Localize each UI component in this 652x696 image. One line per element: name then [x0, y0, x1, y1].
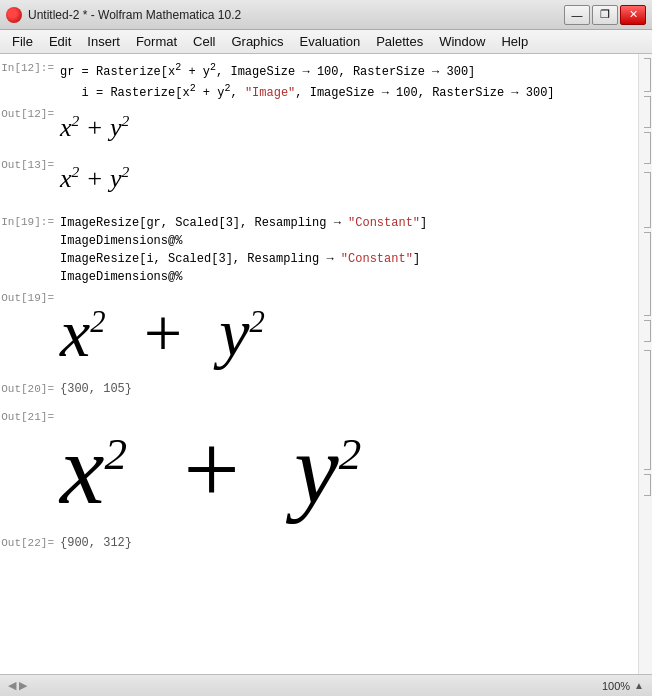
- cell-out21: Out[21]= x2 + y2: [0, 407, 638, 533]
- bracket-out19: [644, 232, 651, 316]
- status-bar-left: ◀ ▶: [8, 679, 602, 692]
- math-out13: x2 + y2: [60, 157, 638, 201]
- math-out12: x2 + y2: [60, 106, 638, 150]
- content-out22: {900, 312}: [60, 535, 638, 552]
- cell-in12: In[12]:= gr = Rasterize[x2 + y2, ImageSi…: [0, 58, 638, 104]
- code-line-5: ImageResize[i, Scaled[3], Resampling → "…: [60, 250, 638, 268]
- label-out20: Out[20]=: [0, 381, 60, 398]
- bracket-in19: [644, 172, 651, 228]
- code-line-6: ImageDimensions@%: [60, 268, 638, 286]
- menu-palettes[interactable]: Palettes: [368, 32, 431, 51]
- menu-cell[interactable]: Cell: [185, 32, 223, 51]
- minimize-button[interactable]: —: [564, 5, 590, 25]
- bracket-area: [638, 54, 652, 696]
- math-out21: x2 + y2: [60, 409, 361, 531]
- restore-button[interactable]: ❐: [592, 5, 618, 25]
- cell-in19: In[19]:= ImageResize[gr, Scaled[3], Resa…: [0, 212, 638, 288]
- zoom-control[interactable]: 100% ▲: [602, 680, 644, 692]
- status-bar: ◀ ▶ 100% ▲: [0, 674, 652, 696]
- bracket-out12: [644, 96, 651, 128]
- label-in19: In[19]:=: [0, 214, 60, 286]
- zoom-up-arrow[interactable]: ▲: [634, 680, 644, 691]
- content-out21: x2 + y2: [60, 409, 638, 531]
- menu-window[interactable]: Window: [431, 32, 493, 51]
- math-out19: x2 + y2: [60, 290, 265, 377]
- cell-out12: Out[12]= x2 + y2: [0, 104, 638, 152]
- menu-help[interactable]: Help: [493, 32, 536, 51]
- menu-edit[interactable]: Edit: [41, 32, 79, 51]
- notebook-content[interactable]: In[12]:= gr = Rasterize[x2 + y2, ImageSi…: [0, 54, 638, 696]
- content-out13: x2 + y2: [60, 157, 638, 201]
- code-line-2: i = Rasterize[x2 + y2, "Image", ImageSiz…: [60, 81, 638, 102]
- menu-graphics[interactable]: Graphics: [223, 32, 291, 51]
- label-out12: Out[12]=: [0, 106, 60, 150]
- bracket-out22: [644, 474, 651, 496]
- menu-bar: File Edit Insert Format Cell Graphics Ev…: [0, 30, 652, 54]
- menu-file[interactable]: File: [4, 32, 41, 51]
- content-in12[interactable]: gr = Rasterize[x2 + y2, ImageSize → 100,…: [60, 60, 638, 102]
- code-line-3: ImageResize[gr, Scaled[3], Resampling → …: [60, 214, 638, 232]
- content-out19: x2 + y2: [60, 290, 638, 377]
- label-out13: Out[13]=: [0, 157, 60, 201]
- label-out19: Out[19]=: [0, 290, 60, 377]
- label-out21: Out[21]=: [0, 409, 60, 531]
- scroll-buttons[interactable]: ◀ ▶: [8, 679, 27, 692]
- text-out22: {900, 312}: [60, 535, 638, 552]
- cell-out22: Out[22]= {900, 312}: [0, 533, 638, 554]
- code-line-4: ImageDimensions@%: [60, 232, 638, 250]
- bracket-out20: [644, 320, 651, 342]
- bracket-out13: [644, 132, 651, 164]
- content-in19[interactable]: ImageResize[gr, Scaled[3], Resampling → …: [60, 214, 638, 286]
- text-out20: {300, 105}: [60, 381, 638, 398]
- bracket-out21: [644, 350, 651, 470]
- menu-format[interactable]: Format: [128, 32, 185, 51]
- menu-insert[interactable]: Insert: [79, 32, 128, 51]
- app-icon: [6, 7, 22, 23]
- content-out20: {300, 105}: [60, 381, 638, 398]
- bracket-in12: [644, 58, 651, 92]
- window-title: Untitled-2 * - Wolfram Mathematica 10.2: [28, 8, 564, 22]
- cell-out20: Out[20]= {300, 105}: [0, 379, 638, 400]
- main-area: In[12]:= gr = Rasterize[x2 + y2, ImageSi…: [0, 54, 652, 696]
- close-button[interactable]: ✕: [620, 5, 646, 25]
- code-line-1: gr = Rasterize[x2 + y2, ImageSize → 100,…: [60, 60, 638, 81]
- cell-out13: Out[13]= x2 + y2: [0, 155, 638, 203]
- menu-evaluation[interactable]: Evaluation: [291, 32, 368, 51]
- title-bar: Untitled-2 * - Wolfram Mathematica 10.2 …: [0, 0, 652, 30]
- cell-out19: Out[19]= x2 + y2: [0, 288, 638, 379]
- label-in12: In[12]:=: [0, 60, 60, 102]
- window-controls: — ❐ ✕: [564, 5, 646, 25]
- label-out22: Out[22]=: [0, 535, 60, 552]
- content-out12: x2 + y2: [60, 106, 638, 150]
- zoom-label: 100%: [602, 680, 630, 692]
